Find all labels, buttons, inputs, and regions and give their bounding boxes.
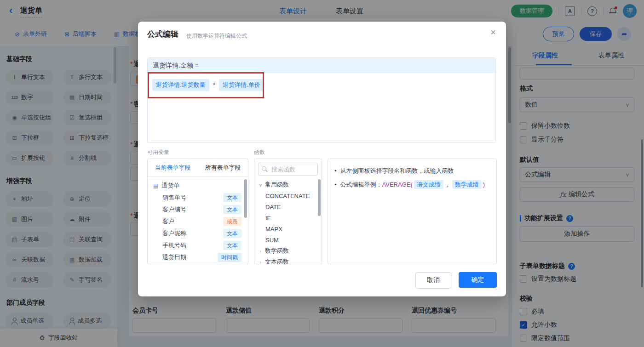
type-badge: 文本 <box>223 229 242 238</box>
variables-panel: 当前表单字段 所有表单字段 ▤ 退货单 销售单号 文本 客户编号 文本 客户 <box>147 159 248 264</box>
functions-label: 函数 <box>254 148 265 156</box>
variable-item[interactable]: 客户编号 文本 <box>148 204 248 216</box>
help-line-2: 公式编辑举例：AVERAGE(语文成绩，数学成绩) <box>340 179 485 190</box>
chevron-right-icon: › <box>259 248 263 254</box>
bullet-icon: • <box>334 166 337 176</box>
functions-scrollbar[interactable] <box>318 179 321 216</box>
variable-item[interactable]: 销售单号 文本 <box>148 192 248 204</box>
functions-panel: ∨ 常用函数 CONCATENATE DATE IF MAPX SUM › 数学… <box>254 159 322 264</box>
variable-form-node[interactable]: ▤ 退货单 <box>148 180 248 192</box>
formula-target: 退货详情.金额 = <box>148 58 495 73</box>
function-group-common[interactable]: ∨ 常用函数 <box>254 179 322 190</box>
example-chip: 语文成绩 <box>414 180 443 189</box>
function-search[interactable] <box>258 163 318 176</box>
modal-subtitle: 使用数学运算符编辑公式 <box>186 32 247 40</box>
function-item[interactable]: DATE <box>254 201 322 212</box>
confirm-button[interactable]: 确定 <box>459 272 497 288</box>
function-group-math[interactable]: › 数学函数 <box>254 245 322 256</box>
variables-scrollbar[interactable] <box>244 179 247 218</box>
formula-editor[interactable]: 退货详情.金额 = 退货详情.退货数量 * 退货详情.单价 <box>147 57 496 143</box>
modal-title: 公式编辑 <box>147 29 178 40</box>
function-group-text[interactable]: › 文本函数 <box>254 256 322 264</box>
variable-item[interactable]: 手机号码 文本 <box>148 239 248 251</box>
function-item[interactable]: SUM <box>254 234 322 245</box>
bullet-icon: • <box>334 179 337 190</box>
variable-item[interactable]: 客户昵称 文本 <box>148 228 248 239</box>
variable-item[interactable]: 客户 成员 <box>148 216 248 228</box>
example-chip: 数学成绩 <box>452 180 482 189</box>
formula-edit-modal: 公式编辑 使用数学运算符编辑公式 × 退货详情.金额 = 退货详情.退货数量 *… <box>138 22 506 296</box>
help-line-1: 从左侧面板选择字段名和函数，或输入函数 <box>340 166 454 176</box>
chevron-right-icon: › <box>259 259 263 264</box>
formula-operator: * <box>213 81 215 89</box>
form-doc-icon: ▤ <box>153 182 158 189</box>
type-badge: 文本 <box>223 241 242 250</box>
function-search-input[interactable] <box>270 165 314 173</box>
variable-item[interactable]: 退货日期 时间戳 <box>148 251 248 263</box>
search-icon <box>262 166 268 172</box>
type-badge: 时间戳 <box>218 253 242 262</box>
function-name: AVERAGE( <box>382 181 413 188</box>
function-item[interactable]: MAPX <box>254 223 322 234</box>
type-badge: 成员 <box>223 217 242 226</box>
chevron-down-icon: ∨ <box>259 182 263 188</box>
type-badge: 文本 <box>223 205 242 214</box>
function-item[interactable]: IF <box>254 212 322 223</box>
app-root: ‹ 退货单 表单设计 表单设置 数据管理 A ? 理 ⊘ 表单外链 ⊠ <box>0 0 644 347</box>
tab-current-form-fields[interactable]: 当前表单字段 <box>148 159 198 176</box>
variables-label: 可用变量 <box>147 148 169 156</box>
formula-help-panel: • 从左侧面板选择字段名和函数，或输入函数 • 公式编辑举例：AVERAGE(语… <box>328 159 497 264</box>
cancel-button[interactable]: 取消 <box>415 272 451 289</box>
tab-all-form-fields[interactable]: 所有表单字段 <box>198 159 248 176</box>
type-badge: 文本 <box>223 193 242 202</box>
function-item[interactable]: CONCATENATE <box>254 190 322 201</box>
formula-token-quantity[interactable]: 退货详情.退货数量 <box>152 79 209 91</box>
close-icon[interactable]: × <box>490 27 496 38</box>
formula-token-price[interactable]: 退货详情.单价 <box>219 79 264 91</box>
